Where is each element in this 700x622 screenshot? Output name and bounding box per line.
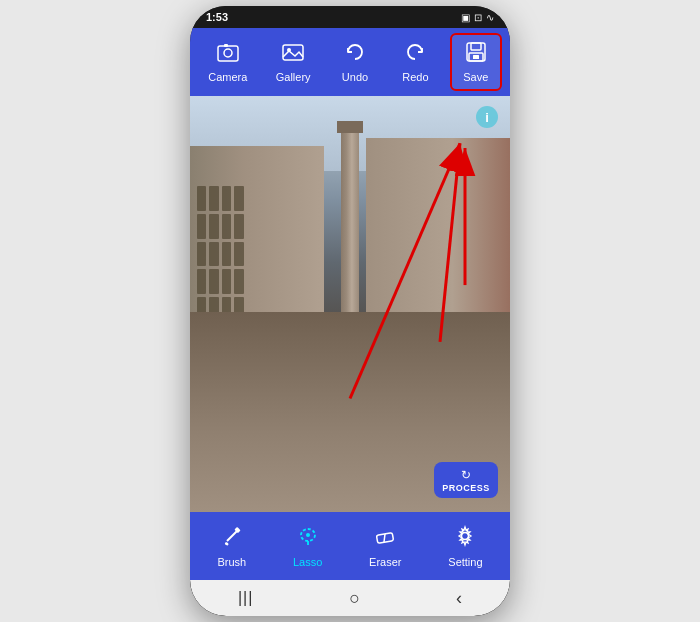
redo-label: Redo [402,71,428,83]
phone-container: 1:53 ▣ ⊡ ∿ Camera [190,6,510,616]
save-icon [465,41,487,68]
camera-icon [217,41,239,68]
info-icon: i [485,110,489,125]
process-label: PROCESS [442,483,490,493]
info-button[interactable]: i [476,106,498,128]
process-button[interactable]: ↻ PROCESS [434,462,498,498]
nav-back-icon[interactable]: ‹ [456,588,462,609]
status-bar: 1:53 ▣ ⊡ ∿ [190,6,510,28]
brush-button[interactable]: Brush [207,519,256,574]
save-button[interactable]: Save [450,33,502,91]
setting-icon [454,525,476,552]
svg-point-22 [462,532,469,539]
redo-icon [404,41,426,68]
camera-label: Camera [208,71,247,83]
lasso-button[interactable]: Lasso [283,519,332,574]
lasso-icon [297,525,319,552]
lasso-label: Lasso [293,556,322,568]
gallery-button[interactable]: Gallery [266,35,321,89]
gallery-label: Gallery [276,71,311,83]
building-windows-left [197,186,244,321]
svg-rect-2 [224,44,228,47]
nav-home-icon[interactable]: ○ [349,588,360,609]
eraser-button[interactable]: Eraser [359,519,411,574]
svg-line-21 [384,534,385,542]
svg-rect-8 [473,55,479,59]
bottom-toolbar: Brush Lasso Eraser [190,512,510,580]
nav-menu-icon[interactable]: ||| [238,589,253,607]
undo-icon [344,41,366,68]
eraser-icon [374,525,396,552]
tower-top [337,121,363,133]
signal-icon: ∿ [486,12,494,23]
gallery-icon [282,41,304,68]
eraser-label: Eraser [369,556,401,568]
svg-point-19 [306,533,310,537]
street-scene: i [190,96,510,512]
top-toolbar: Camera Gallery Undo [190,28,510,96]
status-time: 1:53 [206,11,228,23]
status-icons: ▣ ⊡ ∿ [461,12,494,23]
process-icon: ↻ [461,468,471,482]
nav-bar: ||| ○ ‹ [190,580,510,616]
svg-rect-6 [471,43,481,50]
brush-icon [221,525,243,552]
redo-button[interactable]: Redo [389,35,441,89]
wifi-icon: ⊡ [474,12,482,23]
brush-label: Brush [217,556,246,568]
svg-point-1 [224,49,232,57]
main-image-area: i [190,96,510,512]
camera-button[interactable]: Camera [198,35,257,89]
setting-button[interactable]: Setting [438,519,492,574]
battery-icon: ▣ [461,12,470,23]
undo-label: Undo [342,71,368,83]
undo-button[interactable]: Undo [329,35,381,89]
save-label: Save [463,71,488,83]
svg-line-15 [227,531,237,541]
setting-label: Setting [448,556,482,568]
